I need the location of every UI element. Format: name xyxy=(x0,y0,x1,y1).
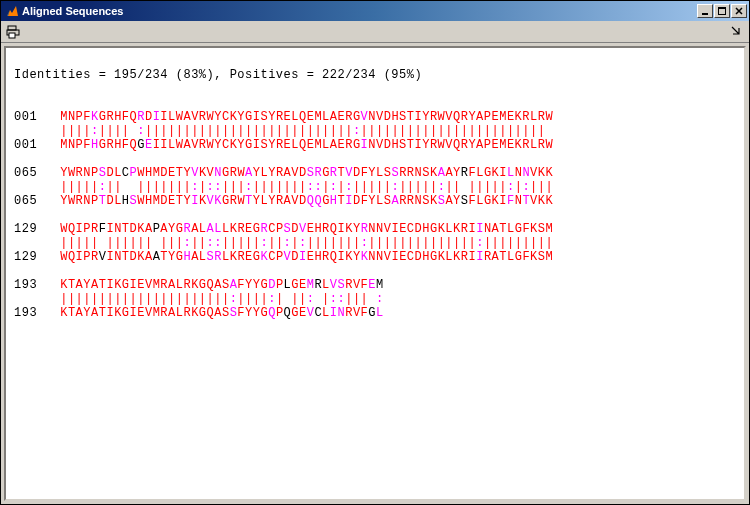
alignment-block: 129 WQIPRFINTDKAPAYGRALALLKREGRCPSDVEHRQ… xyxy=(14,222,736,264)
alignment-block: 001 MNPFKGRHFQRDIILWAVRWYCKYGISYRELQEMLA… xyxy=(14,110,736,152)
window-title: Aligned Sequences xyxy=(22,5,697,17)
svg-rect-5 xyxy=(9,33,15,38)
dock-icon[interactable] xyxy=(729,24,745,40)
seq-match: |||||:|| |||||||:|::|||:|||||||::|:|:|||… xyxy=(14,180,736,194)
titlebar[interactable]: Aligned Sequences xyxy=(1,1,749,21)
maximize-button[interactable] xyxy=(714,4,730,18)
alignment-block: 065 YWRNPSDLCPWHMDETYVKVNGRWAYLYRAVDSRGR… xyxy=(14,166,736,208)
seq-top: 129 WQIPRFINTDKAPAYGRALALLKREGRCPSDVEHRQ… xyxy=(14,222,736,236)
summary-line: Identities = 195/234 (83%), Positives = … xyxy=(14,68,736,82)
close-button[interactable] xyxy=(731,4,747,18)
seq-top: 193 KTAYATIKGIEVMRALRKGQASAFYYGDPLGEMRLV… xyxy=(14,278,736,292)
matlab-icon xyxy=(5,4,19,18)
seq-match: ||||||||||||||||||||||:||||:| ||: |::|||… xyxy=(14,292,736,306)
alignment-block: 193 KTAYATIKGIEVMRALRKGQASAFYYGDPLGEMRLV… xyxy=(14,278,736,320)
alignment-container: 001 MNPFKGRHFQRDIILWAVRWYCKYGISYRELQEMLA… xyxy=(14,96,736,320)
minimize-button[interactable] xyxy=(697,4,713,18)
toolbar xyxy=(1,21,749,43)
seq-bot: 193 KTAYATIKGIEVMRALRKGQASSFYYGQPQGEVCLI… xyxy=(14,306,736,320)
svg-rect-2 xyxy=(718,7,726,9)
svg-rect-0 xyxy=(702,13,708,15)
print-icon[interactable] xyxy=(5,24,21,40)
seq-bot: 129 WQIPRVINTDKAATYGHALSRLKREGKCPVDIEHRQ… xyxy=(14,250,736,264)
seq-bot: 001 MNPFHGRHFQGEIILWAVRWYCKYGISYRELQEMLA… xyxy=(14,138,736,152)
content-wrap: Identities = 195/234 (83%), Positives = … xyxy=(1,43,749,504)
seq-bot: 065 YWRNPTDLHSWHMDETYIKVKGRWTYLYRAVDQQGH… xyxy=(14,194,736,208)
svg-rect-3 xyxy=(8,26,16,30)
window-controls xyxy=(697,4,747,18)
alignment-viewer: Identities = 195/234 (83%), Positives = … xyxy=(4,46,746,501)
seq-top: 001 MNPFKGRHFQRDIILWAVRWYCKYGISYRELQEMLA… xyxy=(14,110,736,124)
window: Aligned Sequences Identities = 195/234 (… xyxy=(0,0,750,505)
seq-top: 065 YWRNPSDLCPWHMDETYVKVNGRWAYLYRAVDSRGR… xyxy=(14,166,736,180)
seq-match: ||||:|||| :|||||||||||||||||||||||||||:|… xyxy=(14,124,736,138)
seq-match: ||||| |||||| |||:||::|||||:||:|:|||||||:… xyxy=(14,236,736,250)
